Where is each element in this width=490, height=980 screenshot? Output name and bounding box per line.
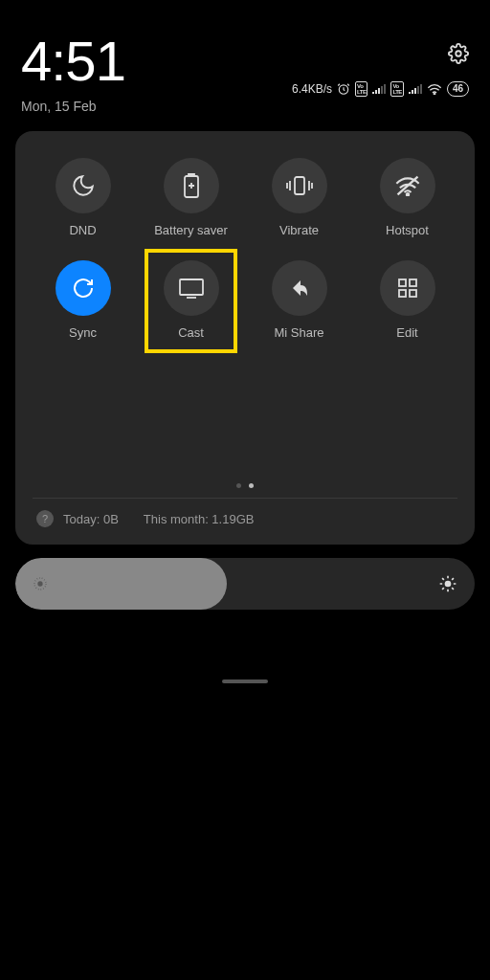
- svg-point-13: [37, 581, 42, 586]
- data-month: This month: 1.19GB: [144, 512, 255, 526]
- signal-icon-1: [372, 84, 386, 94]
- cast-highlight: [145, 249, 237, 353]
- battery-level: 46: [447, 81, 469, 97]
- tile-hotspot[interactable]: Hotspot: [357, 158, 457, 237]
- clock-time: 4:51: [21, 33, 125, 89]
- tile-battery-saver[interactable]: Battery saver: [141, 158, 241, 237]
- volte-badge-1: VoLTE: [355, 81, 368, 97]
- moon-icon: [71, 173, 96, 198]
- hotspot-icon: [394, 175, 421, 196]
- svg-point-0: [456, 51, 461, 56]
- tile-dnd[interactable]: DND: [33, 158, 133, 237]
- gear-icon[interactable]: [448, 43, 469, 64]
- clock-date: Mon, 15 Feb: [21, 99, 125, 114]
- svg-line-20: [442, 578, 444, 580]
- svg-point-2: [434, 94, 434, 95]
- svg-line-21: [452, 588, 454, 590]
- quick-settings-panel: DND Battery saver Vibrate Hotspot Sync: [15, 131, 475, 545]
- brightness-slider[interactable]: [15, 558, 475, 610]
- battery-plus-icon: [183, 172, 200, 199]
- signal-icon-2: [409, 84, 422, 94]
- question-icon: ?: [36, 510, 54, 527]
- status-bar: 6.4KB/s VoLTE VoLTE 46: [292, 81, 469, 97]
- network-speed: 6.4KB/s: [292, 82, 332, 96]
- svg-line-22: [442, 588, 444, 590]
- brightness-low-icon: [33, 576, 48, 591]
- vibrate-icon: [285, 174, 314, 197]
- data-usage-row[interactable]: ? Today: 0B This month: 1.19GB: [33, 510, 457, 531]
- svg-rect-10: [410, 279, 416, 286]
- tile-edit[interactable]: Edit: [357, 260, 457, 340]
- drag-handle[interactable]: [222, 679, 268, 683]
- svg-rect-4: [295, 177, 304, 194]
- grid-icon: [397, 278, 418, 299]
- tile-sync[interactable]: Sync: [33, 260, 133, 340]
- svg-line-23: [452, 578, 454, 580]
- page-indicator: [33, 483, 457, 488]
- svg-point-5: [406, 193, 408, 195]
- tile-vibrate[interactable]: Vibrate: [249, 158, 349, 237]
- wifi-icon: [427, 83, 442, 95]
- mishare-icon: [287, 276, 312, 301]
- svg-point-15: [445, 581, 452, 588]
- tile-cast[interactable]: Cast: [141, 260, 241, 340]
- volte-badge-2: VoLTE: [390, 81, 403, 97]
- alarm-icon: [337, 82, 350, 96]
- data-today: Today: 0B: [63, 512, 119, 526]
- brightness-high-icon: [438, 574, 457, 593]
- sync-icon: [72, 277, 95, 300]
- tile-mishare[interactable]: Mi Share: [249, 260, 349, 340]
- svg-rect-11: [399, 290, 406, 297]
- svg-rect-9: [399, 279, 406, 286]
- svg-rect-12: [410, 290, 416, 297]
